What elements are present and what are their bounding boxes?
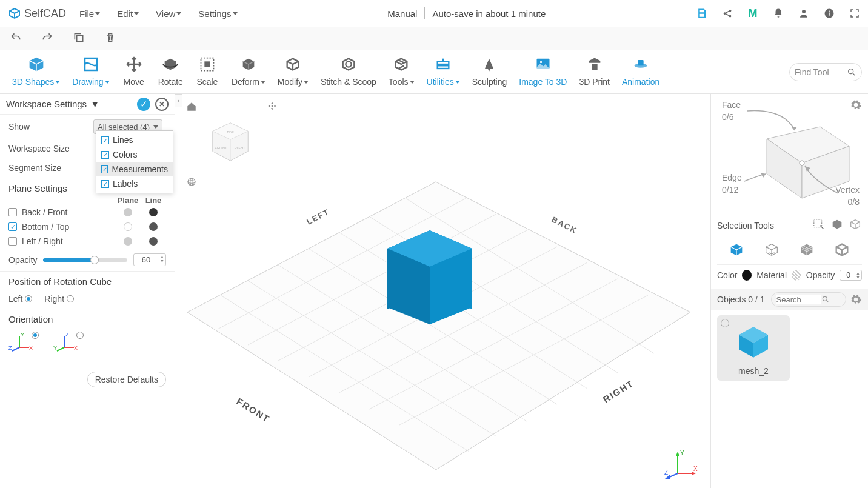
stitch-icon: [338, 54, 359, 75]
tool-animation[interactable]: Animation: [616, 50, 666, 93]
grid-plane: LEFT BACK FRONT RIGHT: [175, 94, 710, 488]
svg-text:X: X: [693, 466, 698, 472]
home-view-icon[interactable]: [186, 101, 197, 115]
share-icon[interactable]: [721, 7, 733, 19]
collapse-left-panel[interactable]: ‹: [175, 94, 182, 107]
user-icon[interactable]: [798, 7, 810, 19]
menu-edit[interactable]: Edit: [117, 8, 139, 19]
tool-rotate[interactable]: Rotate: [152, 50, 189, 93]
plane-color-back[interactable]: [124, 208, 132, 216]
tool-image-to-3d[interactable]: Image To 3D: [513, 50, 573, 93]
tool-drawing[interactable]: Drawing: [66, 50, 115, 93]
radio-right[interactable]: Right: [44, 294, 74, 304]
shade-solid-icon[interactable]: [728, 241, 746, 259]
tool-tools[interactable]: Tools: [382, 50, 421, 93]
svg-text:FRONT: FRONT: [215, 146, 227, 150]
checkbox-bottom-top[interactable]: [8, 222, 17, 231]
shade-outline-icon[interactable]: [833, 241, 852, 259]
rotation-cube[interactable]: TOP FRONT RIGHT: [207, 118, 254, 165]
shade-mesh-icon[interactable]: [798, 241, 816, 259]
tool-modify[interactable]: Modify: [272, 50, 315, 93]
bell-icon[interactable]: [772, 7, 784, 19]
select-cursor-icon[interactable]: [812, 218, 826, 233]
object-search-input[interactable]: [776, 295, 821, 304]
confirm-button[interactable]: ✓: [137, 98, 150, 111]
segment-size-label: Segment Size: [8, 163, 93, 173]
tool-scale[interactable]: Scale: [189, 50, 225, 93]
redo-icon[interactable]: [41, 32, 53, 46]
radio-left[interactable]: Left: [8, 294, 32, 304]
restore-defaults-button[interactable]: Restore Defaults: [87, 372, 166, 387]
dropdown-item-colors[interactable]: Colors: [96, 147, 173, 162]
show-dropdown-popup: Lines Colors Measurements Labels: [96, 130, 173, 193]
tool-stitch[interactable]: Stitch & Scoop: [315, 50, 382, 93]
opacity-input[interactable]: 60▲▼: [133, 253, 166, 266]
show-label: Show: [8, 122, 93, 132]
menu-view[interactable]: View: [156, 8, 181, 19]
checkbox-back-front[interactable]: [8, 208, 17, 216]
objects-label: Objects 0 / 1: [717, 295, 765, 304]
orientation-yup[interactable]: ZXY: [53, 332, 80, 355]
tool-sculpting[interactable]: Sculpting: [466, 50, 513, 93]
tool-3d-shapes[interactable]: 3D Shapes: [6, 50, 66, 93]
dropdown-item-lines[interactable]: Lines: [96, 133, 173, 147]
scene-cube[interactable]: [387, 230, 472, 324]
plane-color-left[interactable]: [124, 237, 132, 246]
copy-icon[interactable]: [73, 32, 85, 46]
save-icon[interactable]: [696, 7, 708, 19]
collapse-arrow-icon[interactable]: ▼: [90, 99, 99, 109]
svg-text:Y: Y: [53, 345, 57, 351]
cancel-button[interactable]: ✕: [155, 98, 169, 111]
opacity-slider[interactable]: [43, 258, 127, 262]
right-panel: Face 0/6 Edge 0/12 Vertex 0/8 Selection …: [710, 94, 868, 488]
svg-text:Z: Z: [8, 345, 12, 351]
material-swatch[interactable]: [792, 270, 801, 281]
color-label: Color: [717, 270, 737, 280]
line-color-back[interactable]: [149, 208, 158, 216]
undo-icon[interactable]: [10, 32, 22, 46]
info-icon[interactable]: [823, 7, 835, 19]
menu-settings[interactable]: Settings: [198, 8, 237, 19]
fullscreen-icon[interactable]: [849, 7, 861, 19]
axis-gizmo: Y X Z: [664, 449, 698, 480]
menu-file[interactable]: File: [79, 8, 100, 19]
dropdown-item-labels[interactable]: Labels: [96, 176, 173, 191]
svg-text:X: X: [74, 345, 78, 351]
tool-deform[interactable]: Deform: [225, 50, 272, 93]
object-search[interactable]: [771, 292, 846, 307]
select-wire-cube-icon[interactable]: [849, 218, 862, 233]
find-tool-input[interactable]: Find Tool: [789, 63, 862, 81]
m-icon[interactable]: M: [747, 7, 759, 19]
col-line: Line: [141, 196, 166, 205]
svg-rect-6: [829, 11, 830, 12]
svg-text:X: X: [29, 345, 33, 351]
select-cube-icon[interactable]: [830, 218, 844, 233]
svg-text:RIGHT: RIGHT: [601, 378, 636, 404]
plane-color-bottom[interactable]: [124, 222, 132, 231]
globe-view-icon[interactable]: [186, 176, 197, 190]
shade-wire-icon[interactable]: [763, 241, 781, 259]
trash-icon[interactable]: [104, 32, 116, 46]
object-select-ring[interactable]: [721, 319, 729, 327]
line-color-left[interactable]: [149, 237, 158, 246]
line-color-bottom[interactable]: [149, 222, 158, 231]
object-item-mesh2[interactable]: mesh_2: [717, 315, 790, 381]
viewport[interactable]: LEFT BACK FRONT RIGHT TOP: [175, 94, 710, 488]
objects-gear-icon[interactable]: [850, 293, 862, 306]
checkbox-left-right[interactable]: [8, 237, 17, 246]
status-manual[interactable]: Manual: [387, 8, 417, 19]
color-swatch[interactable]: [742, 270, 752, 281]
tool-3d-print[interactable]: 3D Print: [573, 50, 616, 93]
svg-point-60: [188, 181, 195, 184]
svg-point-61: [190, 178, 193, 186]
orientation-zup[interactable]: YXZ: [8, 332, 35, 355]
svg-text:Z: Z: [65, 332, 69, 338]
material-label: Material: [756, 270, 787, 280]
tool-utilities[interactable]: Utilities: [421, 50, 466, 93]
dropdown-item-measurements[interactable]: Measurements: [96, 162, 173, 176]
sculpt-icon: [479, 54, 499, 75]
face-edge-vertex-cube[interactable]: Face 0/6 Edge 0/12 Vertex 0/8: [717, 99, 862, 214]
tool-move[interactable]: Move: [116, 50, 152, 93]
target-icon[interactable]: [267, 101, 277, 113]
opacity-value-input[interactable]: 0▲▼: [840, 270, 862, 281]
